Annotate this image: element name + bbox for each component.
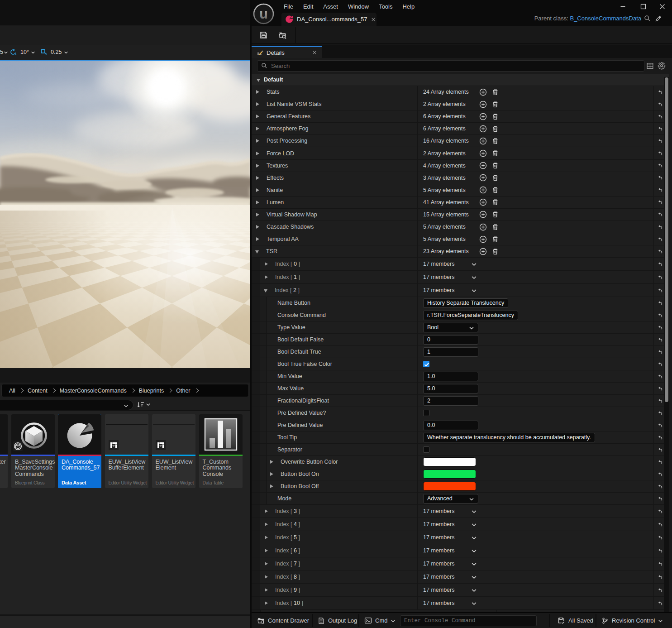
svg-text:u: u — [259, 6, 268, 22]
